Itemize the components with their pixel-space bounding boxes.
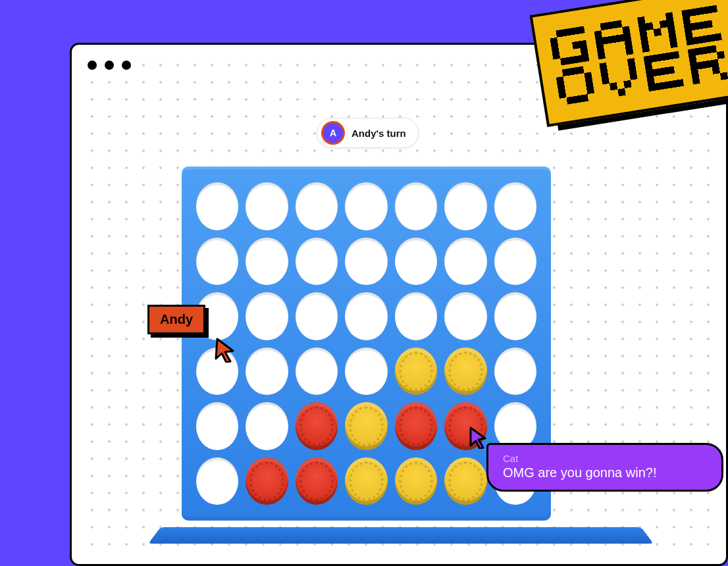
yellow-coin: [444, 457, 486, 505]
board-cell[interactable]: [246, 238, 288, 286]
board-cell[interactable]: [296, 402, 338, 450]
board-cell[interactable]: [196, 182, 238, 230]
game-over-banner: [529, 0, 728, 127]
svg-rect-102: [704, 60, 712, 68]
pixel-letter-G: [549, 26, 590, 66]
board-cell[interactable]: [196, 238, 238, 286]
board-cell[interactable]: [494, 292, 536, 340]
svg-rect-60: [556, 76, 564, 84]
board-cell[interactable]: [296, 182, 338, 230]
yellow-coin: [444, 347, 486, 396]
board-cell[interactable]: [345, 182, 387, 230]
svg-rect-73: [602, 76, 610, 84]
svg-rect-79: [650, 54, 658, 62]
svg-rect-98: [689, 55, 696, 63]
svg-rect-12: [574, 55, 582, 63]
board-cell[interactable]: [444, 238, 486, 286]
pixel-letter-E: [643, 51, 684, 91]
svg-rect-69: [599, 63, 607, 70]
svg-rect-67: [573, 95, 581, 103]
chat-sender: Cat: [503, 453, 707, 464]
board-cell[interactable]: [296, 238, 338, 286]
board-cell[interactable]: [395, 347, 437, 396]
board-cell[interactable]: [246, 182, 288, 230]
board-cell[interactable]: [296, 347, 338, 396]
board-cell[interactable]: [246, 347, 288, 396]
svg-rect-100: [690, 63, 698, 70]
board-cell[interactable]: [395, 402, 437, 450]
board-cell[interactable]: [444, 182, 486, 230]
svg-rect-10: [560, 57, 568, 65]
svg-rect-66: [566, 96, 574, 104]
svg-rect-20: [602, 36, 610, 44]
svg-rect-107: [720, 72, 728, 80]
svg-rect-22: [616, 34, 624, 42]
board-cell[interactable]: [345, 402, 387, 450]
board-cell[interactable]: [246, 457, 288, 505]
svg-rect-54: [700, 36, 708, 43]
svg-rect-7: [579, 40, 587, 48]
board-cell[interactable]: [345, 238, 387, 286]
svg-rect-48: [690, 22, 698, 30]
svg-rect-0: [556, 30, 563, 38]
svg-rect-84: [646, 70, 654, 78]
svg-rect-80: [658, 53, 665, 61]
svg-rect-104: [691, 70, 699, 78]
svg-rect-57: [562, 68, 570, 76]
board-cell[interactable]: [395, 457, 437, 505]
board-cell[interactable]: [196, 402, 238, 450]
svg-rect-27: [625, 47, 633, 55]
board-cell[interactable]: [395, 238, 437, 286]
svg-rect-39: [642, 45, 650, 53]
svg-rect-55: [707, 34, 715, 42]
board-cell[interactable]: [444, 457, 486, 505]
svg-rect-32: [660, 20, 667, 28]
board-cell[interactable]: [246, 402, 288, 450]
window-dot[interactable]: [105, 61, 114, 70]
svg-rect-106: [692, 76, 700, 84]
svg-rect-23: [623, 33, 631, 41]
svg-rect-63: [585, 79, 593, 87]
svg-rect-40: [669, 40, 677, 48]
svg-rect-90: [655, 82, 663, 90]
red-coin: [296, 402, 338, 450]
svg-rect-58: [569, 67, 577, 75]
svg-rect-81: [664, 52, 672, 60]
svg-rect-46: [683, 16, 690, 24]
red-coin: [395, 402, 437, 450]
svg-rect-96: [702, 46, 710, 54]
svg-rect-86: [660, 67, 667, 75]
board-cell[interactable]: [395, 292, 437, 340]
yellow-coin: [345, 457, 387, 505]
board-cell[interactable]: [296, 457, 338, 505]
window-dot[interactable]: [88, 61, 97, 70]
board-cell[interactable]: [345, 457, 387, 505]
board-cell[interactable]: [444, 347, 486, 396]
board-cell[interactable]: [246, 292, 288, 340]
board-cell[interactable]: [494, 182, 536, 230]
board-cell[interactable]: [345, 292, 387, 340]
red-coin: [246, 457, 288, 505]
svg-rect-5: [551, 45, 559, 53]
svg-rect-52: [686, 38, 694, 45]
svg-rect-16: [614, 20, 622, 28]
board-cell[interactable]: [395, 182, 437, 230]
svg-rect-21: [610, 36, 617, 43]
svg-rect-49: [698, 21, 706, 29]
cursor-andy-icon: [213, 338, 236, 365]
svg-rect-15: [607, 21, 615, 29]
board-cell[interactable]: [494, 238, 536, 286]
window-dot[interactable]: [122, 61, 131, 70]
board-cell[interactable]: [494, 347, 536, 396]
pixel-letter-A: [593, 19, 634, 60]
svg-rect-61: [584, 72, 592, 80]
board-cell[interactable]: [196, 457, 238, 505]
pixel-letter-M: [637, 12, 678, 53]
svg-rect-75: [610, 82, 617, 90]
board-cell[interactable]: [296, 292, 338, 340]
board-cell[interactable]: [444, 292, 486, 340]
svg-rect-72: [629, 65, 637, 73]
svg-rect-56: [714, 33, 722, 41]
board-cell[interactable]: [345, 347, 387, 396]
svg-rect-103: [711, 59, 719, 67]
